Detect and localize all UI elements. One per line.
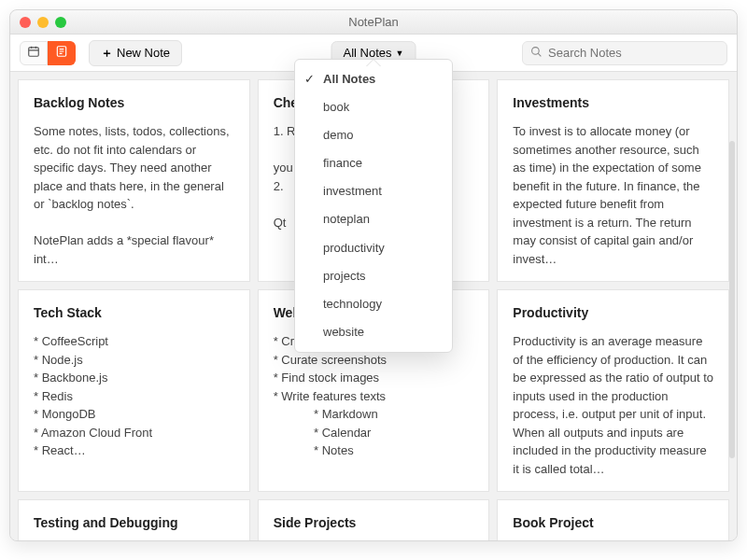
note-card[interactable]: InvestmentsTo invest is to allocate mone… bbox=[497, 79, 729, 282]
note-card[interactable]: Testing and DebuggingTesting and debuggi… bbox=[18, 499, 250, 540]
note-card[interactable]: Book ProjectQML books: Qt5 Cadaques, Qml… bbox=[497, 499, 729, 540]
titlebar: NotePlan bbox=[10, 10, 737, 35]
new-note-button[interactable]: ＋ New Note bbox=[89, 40, 182, 66]
note-title: Side Projects bbox=[274, 513, 474, 533]
chevron-down-icon: ▼ bbox=[396, 49, 404, 58]
search-input[interactable] bbox=[548, 46, 719, 60]
note-card[interactable]: Tech Stack* CoffeeScript * Node.js * Bac… bbox=[18, 289, 250, 492]
note-body: To invest is to allocate money (or somet… bbox=[513, 122, 713, 268]
traffic-lights bbox=[20, 17, 66, 28]
notes-icon bbox=[55, 45, 68, 61]
filter-option[interactable]: projects bbox=[295, 262, 452, 290]
note-title: Testing and Debugging bbox=[34, 513, 234, 533]
note-title: Investments bbox=[513, 93, 713, 113]
search-icon bbox=[530, 46, 543, 61]
svg-rect-0 bbox=[29, 48, 39, 56]
note-title: Book Project bbox=[513, 513, 713, 533]
note-card[interactable]: ProductivityProductivity is an average m… bbox=[497, 289, 729, 492]
note-card[interactable]: Side ProjectsA side project is for examp… bbox=[258, 499, 490, 540]
filter-option[interactable]: noteplan bbox=[295, 205, 452, 233]
minimize-icon[interactable] bbox=[37, 17, 49, 28]
notes-view-button[interactable] bbox=[48, 41, 76, 65]
search-field[interactable] bbox=[522, 41, 727, 65]
filter-option[interactable]: investment bbox=[295, 177, 452, 205]
window-title: NotePlan bbox=[10, 15, 737, 29]
calendar-view-button[interactable] bbox=[20, 41, 48, 65]
note-card[interactable]: Backlog NotesSome notes, lists, todos, c… bbox=[18, 79, 250, 282]
close-icon[interactable] bbox=[20, 17, 31, 28]
note-title: Backlog Notes bbox=[34, 93, 234, 113]
filter-option[interactable]: technology bbox=[295, 290, 452, 318]
scrollbar[interactable] bbox=[729, 141, 735, 458]
plus-icon: ＋ bbox=[101, 45, 113, 62]
svg-point-8 bbox=[532, 47, 540, 54]
app-window: NotePlan ＋ New Note All Notes ▼ bbox=[9, 9, 738, 541]
note-body: Productivity is an average measure of th… bbox=[513, 332, 713, 478]
filter-option[interactable]: book bbox=[295, 93, 452, 121]
note-title: Productivity bbox=[513, 303, 713, 323]
note-body: Some notes, lists, todos, collections, e… bbox=[34, 122, 234, 268]
svg-line-9 bbox=[538, 53, 541, 56]
note-title: Tech Stack bbox=[34, 303, 234, 323]
zoom-icon[interactable] bbox=[55, 17, 66, 28]
view-toggle bbox=[20, 41, 76, 65]
note-body: * CoffeeScript * Node.js * Backbone.js *… bbox=[34, 332, 234, 460]
new-note-label: New Note bbox=[117, 46, 170, 60]
filter-option[interactable]: demo bbox=[295, 121, 452, 149]
filter-option[interactable]: finance bbox=[295, 149, 452, 177]
filter-option[interactable]: website bbox=[295, 318, 452, 346]
calendar-icon bbox=[27, 45, 40, 61]
filter-option[interactable]: All Notes bbox=[295, 65, 452, 93]
filter-dropdown-menu: All Notesbookdemofinanceinvestmentnotepl… bbox=[294, 59, 453, 353]
filter-option[interactable]: productivity bbox=[295, 234, 452, 262]
